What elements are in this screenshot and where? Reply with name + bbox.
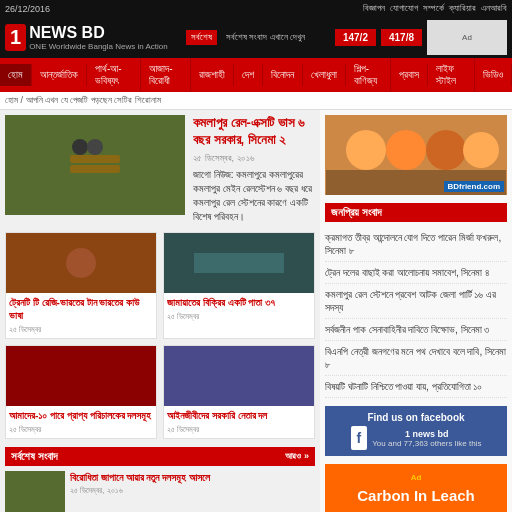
latest-news-header: সর্বশেষ সংবাদ আরও »	[5, 447, 315, 466]
popular-header: জনপ্রিয় সংবাদ	[325, 203, 507, 222]
nav-economy[interactable]: শিল্প-বাণিজ্য	[346, 58, 391, 92]
top-link-5[interactable]: এনআরবি	[481, 3, 507, 14]
fb-content: f 1 news bd You and 77,363 others like t…	[331, 426, 501, 450]
top-link-4[interactable]: ক্যারিয়ার	[449, 3, 476, 14]
top-news-thumb-2	[6, 346, 156, 406]
header-ad: Ad	[427, 20, 507, 55]
top-link-2[interactable]: যোগাযোগ	[390, 3, 418, 14]
top-news-meta-3: ২৫ ডিসেম্বর	[164, 425, 314, 438]
date: 26/12/2016	[5, 4, 50, 14]
top-bar: 26/12/2016 বিজ্ঞাপন যোগাযোগ সম্পর্কে ক্য…	[0, 0, 512, 17]
top-news-title-1: জামায়াতের বিক্রির একটি পাতা ৩৭	[164, 293, 314, 312]
score-1: 147/2	[335, 29, 376, 46]
top-link-3[interactable]: সম্পর্কে	[423, 3, 444, 14]
nav-country[interactable]: দেশ	[234, 64, 263, 86]
fb-page-name: 1 news bd	[372, 429, 481, 439]
ad-label: Ad	[333, 472, 499, 483]
top-news-1[interactable]: জামায়াতের বিক্রির একটি পাতা ৩৭ ২৫ ডিসেম…	[163, 232, 315, 339]
sidebar-photo-container: BDfriend.com	[325, 115, 507, 195]
top-news-title-3: আইনজীবীদের সরকারি নেতার দল	[164, 406, 314, 425]
facebook-box: Find us on facebook f 1 news bd You and …	[325, 406, 507, 456]
svg-rect-2	[70, 165, 120, 173]
left-column: কমলাপুর রেল-এক্সটি ভাস ৬ বছর সরকার, সিনে…	[0, 110, 320, 512]
logo-news: NEWS BD	[29, 24, 105, 41]
main-container: কমলাপুর রেল-এক্সটি ভাস ৬ বছর সরকার, সিনে…	[0, 110, 512, 512]
nav-politics[interactable]: আজাদ-বিরোধী	[141, 58, 191, 92]
top-news-3[interactable]: আইনজীবীদের সরকারি নেতার দল ২৫ ডিসেম্বর	[163, 345, 315, 439]
svg-point-10	[346, 130, 386, 170]
top-news-meta-0: ২৫ ডিসেম্বর	[6, 325, 156, 338]
ticker-text: সর্বশেষ সংবাদ এখানে দেখুন	[226, 32, 306, 43]
score-2: 417/8	[381, 29, 422, 46]
top-news-thumb-0	[6, 233, 156, 293]
score-box: 147/2 417/8 Ad	[335, 20, 507, 55]
logo-one: 1	[5, 24, 26, 51]
nav-sports[interactable]: পার্থ-আ-ভবিষ্যৎ	[87, 58, 141, 92]
ad-box[interactable]: Ad Carbon In Leach Processes	[325, 464, 507, 512]
svg-point-11	[386, 130, 426, 170]
nav-international[interactable]: আন্তর্জাতিক	[32, 64, 87, 86]
logo-bar: 1 NEWS BD ONE Worldwide Bangla News in A…	[0, 17, 512, 58]
fb-logo-icon: f	[351, 426, 368, 450]
fb-text: 1 news bd You and 77,363 others like thi…	[372, 429, 481, 448]
top-link-1[interactable]: বিজ্ঞাপন	[363, 3, 385, 14]
sidebar-photo: BDfriend.com	[325, 115, 507, 195]
top-news-meta-1: ২৫ ডিসেম্বর	[164, 312, 314, 325]
nav-entertainment[interactable]: বিনোদন	[263, 64, 303, 86]
list-item[interactable]: বিরোধিতা জাপানে আয়ার নতুন দলসমূহ আসলে ২…	[5, 471, 315, 512]
list-title-0: বিরোধিতা জাপানে আয়ার নতুন দলসমূহ আসলে	[70, 471, 315, 484]
popular-item-2[interactable]: কমলাপুর রেল স্টেশনে প্রবেশ আটক জেলা পার্…	[325, 284, 507, 319]
svg-rect-1	[70, 155, 120, 163]
latest-news-label: সর্বশেষ সংবাদ	[11, 450, 58, 463]
top-news-grid: ট্রেনটি টি রেজি-ভারতের টান ভারতের কাউ ভা…	[5, 232, 315, 439]
top-news-thumb-3	[164, 346, 314, 406]
top-news-thumb-1	[164, 233, 314, 293]
photo-badge: BDfriend.com	[444, 181, 504, 192]
logo[interactable]: 1 NEWS BD ONE Worldwide Bangla News in A…	[5, 24, 168, 51]
logo-tagline: ONE Worldwide Bangla News in Action	[29, 42, 168, 51]
top-news-title-0: ট্রেনটি টি রেজি-ভারতের টান ভারতের কাউ ভা…	[6, 293, 156, 325]
top-links: বিজ্ঞাপন যোগাযোগ সম্পর্কে ক্যারিয়ার এনআ…	[363, 3, 507, 14]
svg-point-12	[426, 130, 466, 170]
top-news-title-2: আমাদের-১০ পারে প্রাপ্য পরিচালকের দলসমূহ	[6, 406, 156, 425]
latest-news-more[interactable]: আরও »	[285, 451, 309, 462]
top-news-2[interactable]: আমাদের-১০ পারে প্রাপ্য পরিচালকের দলসমূহ …	[5, 345, 157, 439]
svg-rect-8	[194, 253, 284, 273]
ad-text: Carbon In Leach Processes	[333, 485, 499, 512]
list-news-container: বিরোধিতা জাপানে আয়ার নতুন দলসমূহ আসলে ২…	[5, 471, 315, 512]
right-sidebar: BDfriend.com জনপ্রিয় সংবাদ ক্রমাগত তীব্…	[320, 110, 512, 512]
list-thumb-0	[5, 471, 65, 512]
nav-video[interactable]: ভিডিও	[475, 64, 512, 86]
list-meta-0: ২৫ ডিসেম্বর, ২০১৬	[70, 486, 315, 496]
popular-item-1[interactable]: ট্রেন দলের বাছাই করা আলোচনায় সমাবেশ, সি…	[325, 262, 507, 284]
svg-point-4	[87, 139, 103, 155]
nav-district[interactable]: রাজশাহী	[191, 64, 234, 86]
nav-sport[interactable]: খেলাধুলা	[303, 64, 346, 86]
fb-header: Find us on facebook	[331, 412, 501, 423]
popular-news-list: ক্রমাগত তীব্র আন্দোলনে যোগ দিতে পারেন মি…	[325, 227, 507, 398]
nav-abroad[interactable]: প্রবাস	[391, 64, 428, 86]
nav-home[interactable]: হোম	[0, 64, 32, 86]
ticker-label: সর্বশেষ	[186, 30, 217, 45]
top-news-0[interactable]: ট্রেনটি টি রেজি-ভারতের টান ভারতের কাউ ভা…	[5, 232, 157, 339]
fb-likes: You and 77,363 others like this	[372, 439, 481, 448]
featured-image	[5, 115, 185, 215]
main-nav: হোম আন্তর্জাতিক পার্থ-আ-ভবিষ্যৎ আজাদ-বির…	[0, 58, 512, 92]
svg-point-13	[463, 132, 499, 168]
top-news-meta-2: ২৫ ডিসেম্বর	[6, 425, 156, 438]
list-info-0: বিরোধিতা জাপানে আয়ার নতুন দলসমূহ আসলে ২…	[70, 471, 315, 512]
svg-point-3	[72, 139, 88, 155]
featured-article: কমলাপুর রেল-এক্সটি ভাস ৬ বছর সরকার, সিনে…	[5, 115, 315, 224]
svg-point-6	[66, 248, 96, 278]
popular-item-5[interactable]: বিষয়টি ঘটনাটি নিশ্চিতে পাওয়া যায়, প্র…	[325, 376, 507, 398]
popular-item-3[interactable]: সর্বজনীন পাক সেনাবাহিনীর দাবিতে বিক্ষোভ,…	[325, 319, 507, 341]
nav-lifestyle[interactable]: লাইফ স্টাইল	[428, 58, 475, 92]
popular-item-4[interactable]: বিএনপি নেত্রী জনগণের মনে পথ দেখাবে বলে দ…	[325, 341, 507, 376]
breadcrumb: হোম / আপনি এখন যে পেজটি পড়ছেন সেটির শির…	[0, 92, 512, 110]
popular-item-0[interactable]: ক্রমাগত তীব্র আন্দোলনে যোগ দিতে পারেন মি…	[325, 227, 507, 262]
